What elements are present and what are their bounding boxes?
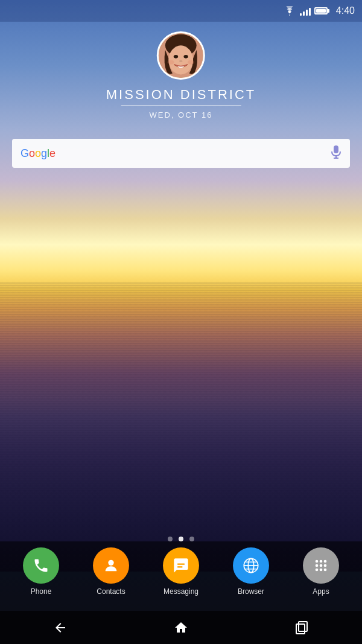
dock-item-contacts[interactable]: Contacts [93,547,129,596]
svg-point-28 [324,569,327,572]
location-name: MISSION DISTRICT [106,87,256,103]
apps-icon[interactable] [303,547,339,584]
svg-point-24 [320,564,323,567]
apps-label: Apps [313,587,329,596]
browser-label: Browser [238,587,264,596]
svg-point-23 [316,564,319,567]
svg-point-20 [316,560,319,563]
location-underline [121,105,241,106]
svg-point-4 [184,55,188,59]
browser-icon[interactable] [233,547,269,584]
svg-rect-29 [296,624,305,634]
recents-button[interactable] [284,616,320,640]
dock-item-phone[interactable]: Phone [23,547,59,596]
messaging-label: Messaging [164,587,198,596]
dock-item-messaging[interactable]: Messaging [163,547,199,596]
signal-icon [300,6,311,16]
svg-point-11 [108,560,113,566]
svg-point-21 [320,560,323,563]
date-display: WED, OCT 16 [150,110,213,120]
nav-bar [0,611,362,644]
page-dot-1[interactable] [168,537,173,541]
svg-rect-8 [334,145,338,153]
avatar-section[interactable]: MISSION DISTRICT WED, OCT 16 [106,31,256,120]
contacts-icon[interactable] [93,547,129,584]
search-bar[interactable]: Google [12,139,350,168]
home-button[interactable] [163,616,199,640]
dock-item-browser[interactable]: Browser [233,547,269,596]
dock: Phone Contacts Messaging [0,541,362,611]
google-logo: Google [21,147,56,160]
svg-point-27 [320,569,323,572]
svg-point-6 [188,60,194,64]
battery-icon [314,7,328,14]
mic-icon[interactable] [331,145,341,162]
phone-icon[interactable] [23,547,59,584]
contacts-label: Contacts [97,587,125,596]
battery-fill [316,9,326,13]
svg-point-3 [174,55,178,59]
svg-point-7 [179,60,183,62]
svg-rect-30 [299,622,307,631]
svg-point-2 [169,45,194,74]
page-dot-2[interactable] [179,537,183,541]
avatar[interactable] [157,31,205,80]
wifi-icon [283,6,296,16]
messaging-icon[interactable] [163,547,199,584]
svg-point-22 [324,560,327,563]
svg-point-26 [316,569,319,572]
svg-point-19 [244,558,258,572]
page-dot-3[interactable] [189,537,194,541]
status-icons: 4:40 [283,5,355,16]
dock-item-apps[interactable]: Apps [303,547,339,596]
page-dots [168,537,194,541]
status-bar: 4:40 [0,0,362,22]
back-button[interactable] [42,616,78,640]
svg-point-25 [324,564,327,567]
time-display: 4:40 [336,5,355,16]
ocean-texture [0,282,362,572]
phone-label: Phone [31,587,52,596]
svg-point-5 [168,60,174,64]
